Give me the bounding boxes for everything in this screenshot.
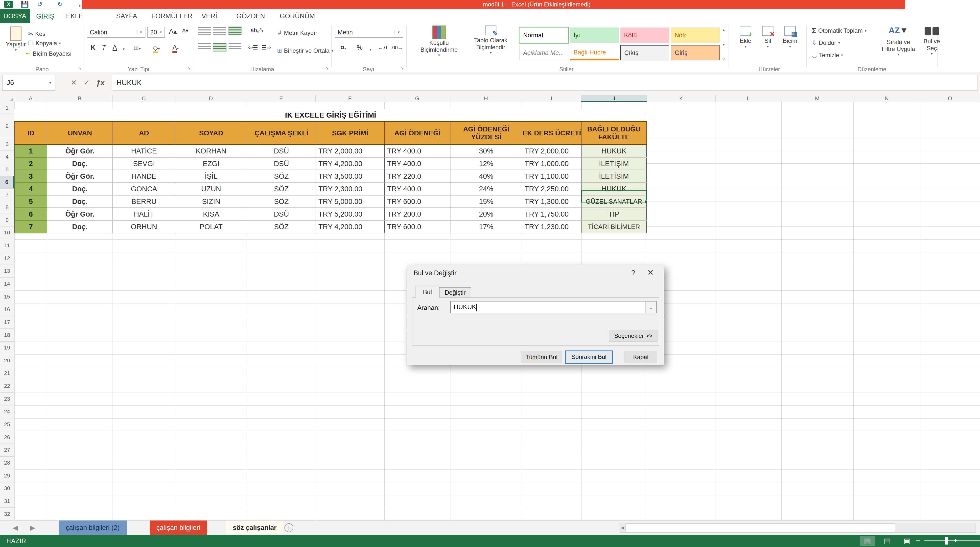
insert-function-icon[interactable]: ƒx [93,75,108,91]
decrease-decimal-icon[interactable]: .00→ [390,45,404,51]
cell-r1c4[interactable]: KORHAN [175,145,247,158]
autosum-button[interactable]: ΣOtomatik Toplam▾ [812,27,867,35]
decrease-indent-icon[interactable]: ⇦☰ [247,44,259,51]
row-header-6[interactable]: 6 [0,176,14,188]
find-select-button[interactable]: Bul ve Seç ▾ [918,26,945,65]
conditional-formatting-button[interactable]: Koşullu Biçimlendirme ▾ [414,25,465,65]
cell-r3c10[interactable]: İLETİŞİM [581,170,647,183]
cell-r5c4[interactable]: SIZIN [175,196,247,208]
cell-r3c6[interactable]: TRY 3,500.00 [316,170,384,183]
cell-r7c1[interactable]: 7 [14,221,47,233]
quick-access-customize-icon[interactable]: ▾ [79,2,81,10]
sheet-nav-left-icon[interactable]: ◀ [13,520,18,535]
font-size-combo[interactable]: 20▾ [148,27,165,38]
cell-r4c2[interactable]: Doç. [47,183,113,196]
cell-r3c8[interactable]: 40% [450,170,522,183]
row-header-10[interactable]: 10 [0,226,14,239]
row-header-20[interactable]: 20 [0,354,14,367]
styles-gallery-scroll[interactable]: ▴▾▽ [720,27,727,61]
table-header-row[interactable]: IDUNVANADSOYADÇALIŞMA ŞEKLİSGK PRİMİAGİ … [14,121,647,145]
redo-icon[interactable]: ↻ [57,0,63,8]
dialog-close-icon[interactable]: ✕ [644,268,657,277]
table-row-5[interactable]: 5Doç.BERRUSIZINSÖZTRY 5,000.00TRY 600.01… [14,196,647,208]
row-header-15[interactable]: 15 [0,290,14,303]
horizontal-scroll-thumb[interactable] [625,523,895,532]
alignment-dialog-launcher-icon[interactable]: ↘ [324,65,330,71]
cell-r4c5[interactable]: SÖZ [247,183,316,196]
find-what-combo[interactable]: HUKUK ⌄ [450,301,657,313]
row-header-11[interactable]: 11 [0,239,14,252]
table-row-2[interactable]: 2Doç.SEVGİEZGİDSÜTRY 4,200.00TRY 400.012… [14,158,647,170]
table-row-6[interactable]: 6Öğr Gör.HALİTKISADSÜTRY 5,200.00TRY 200… [14,208,647,221]
tab-find[interactable]: Bul [415,286,439,298]
align-left-icon[interactable] [198,43,211,51]
cell-r4c1[interactable]: 4 [14,183,47,196]
format-cells-button[interactable]: ▦ Biçim ▾ [780,26,800,49]
bold-button[interactable]: K [88,44,98,51]
italic-button[interactable]: T [99,44,109,51]
fill-button[interactable]: ⇩Doldur▾ [812,39,840,46]
ribbon-tab-formüller[interactable]: FORMÜLLER [150,9,194,23]
cell-r1c3[interactable]: HATİCE [113,145,175,158]
undo-icon[interactable]: ↺ [37,0,43,8]
zoom-slider-thumb[interactable] [945,537,948,544]
cut-button[interactable]: ✂Kes [28,30,45,37]
table-row-4[interactable]: 4Doç.GONCAUZUNSÖZTRY 2,300.00TRY 400.024… [14,183,647,196]
cell-r2c1[interactable]: 2 [14,158,47,170]
cell-style-ba-l-h-cre[interactable]: Bağlı Hücre [570,45,619,61]
column-header-C[interactable]: C [113,95,175,102]
wrap-text-button[interactable]: ↲Metni Kaydır [277,29,317,37]
row-header-31[interactable]: 31 [0,495,14,508]
cell-r6c10[interactable]: TIP [581,208,647,221]
find-all-button[interactable]: Tümünü Bul [521,351,562,364]
row-header-23[interactable]: 23 [0,392,14,405]
format-painter-button[interactable]: ✒Biçim Boyacısı [26,50,72,57]
cell-r6c5[interactable]: DSÜ [247,208,316,221]
increase-indent-icon[interactable]: ☰⇨ [261,44,272,51]
ribbon-tab-dosya[interactable]: DOSYA [0,9,30,23]
font-family-combo[interactable]: Calibri▾ [87,27,145,38]
sheet-tab-3[interactable]: söz çalışanlar [226,520,283,535]
cell-r7c7[interactable]: TRY 600.0 [384,221,450,233]
pano-dialog-launcher-icon[interactable]: ↘ [77,65,83,71]
merge-center-button[interactable]: ⊞Birleştir ve Ortala▾ [277,47,333,54]
cell-r5c6[interactable]: TRY 5,000.00 [316,196,384,208]
cell-r6c2[interactable]: Öğr Gör. [47,208,113,221]
zoom-slider-track[interactable] [924,540,980,541]
column-header-F[interactable]: F [316,95,384,102]
formula-input[interactable]: HUKUK [112,75,977,91]
delete-cells-button[interactable]: ✕ Sil ▾ [757,26,778,49]
cell-r4c4[interactable]: UZUN [175,183,247,196]
row-header-9[interactable]: 9 [0,214,14,226]
cell-r5c1[interactable]: 5 [14,196,47,208]
borders-button[interactable]: ⊞▾ [130,44,145,52]
cancel-entry-icon[interactable]: ✕ [66,75,81,91]
cell-r5c9[interactable]: TRY 1,300.00 [522,196,581,208]
currency-format-button[interactable]: ¤▾ [336,44,351,51]
gallery-up-icon[interactable]: ▴ [720,27,727,32]
gallery-more-icon[interactable]: ▽ [720,56,727,61]
cell-r1c9[interactable]: TRY 2,000.00 [522,145,581,158]
cell-r5c2[interactable]: Doç. [47,196,113,208]
cell-r1c5[interactable]: DSÜ [247,145,316,158]
sort-filter-button[interactable]: AZ▼ Sırala ve Filtre Uygula ▾ [880,26,917,65]
orientation-button[interactable]: ab⤢▾ [248,27,266,33]
cell-r2c6[interactable]: TRY 4,200.00 [316,158,384,170]
ribbon-tab-gi̇ri̇ş[interactable]: GİRİŞ [32,9,59,24]
cell-r3c5[interactable]: SÖZ [247,170,316,183]
page-break-view-icon[interactable]: ▣ [900,536,914,546]
column-header-J[interactable]: J [581,95,647,102]
row-header-30[interactable]: 30 [0,482,14,495]
cell-r1c2[interactable]: Öğr Gör. [47,145,113,158]
cell-r3c2[interactable]: Öğr Gör. [47,170,113,183]
row-header-12[interactable]: 12 [0,252,14,265]
cell-style-k-t-[interactable]: Kötü [620,27,669,43]
select-all-button[interactable] [0,95,14,102]
table-row-3[interactable]: 3Öğr Gör.HANDEİŞİLSÖZTRY 3,500.00TRY 220… [14,170,647,183]
row-header-8[interactable]: 8 [0,201,14,214]
cell-r2c7[interactable]: TRY 400.0 [384,158,450,170]
cell-r7c3[interactable]: ORHUN [113,221,175,233]
column-header-M[interactable]: M [781,95,853,102]
new-sheet-button[interactable]: + [285,523,293,532]
row-header-21[interactable]: 21 [0,367,14,380]
